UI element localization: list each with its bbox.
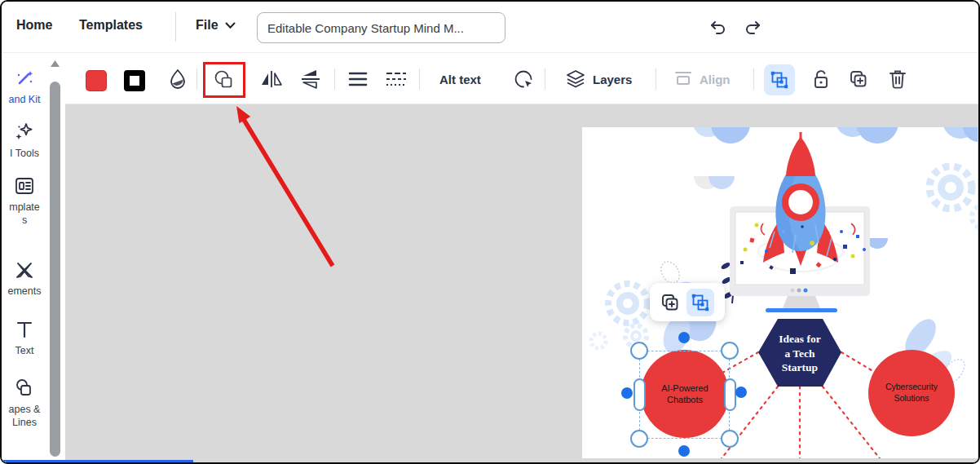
combine-shapes-button[interactable]	[203, 62, 245, 98]
rocket-illustration	[763, 132, 838, 266]
opacity-button[interactable]	[166, 67, 190, 91]
file-menu-label: File	[196, 18, 219, 33]
group-icon	[770, 71, 788, 89]
align-icon	[674, 70, 692, 88]
animate-click-icon	[513, 68, 534, 90]
toolbar-divider	[545, 68, 545, 90]
center-node-label[interactable]: Ideas for a Tech Startup	[756, 323, 844, 384]
design-page[interactable]: Ideas for a Tech Startup AI-Powered Chat…	[582, 127, 978, 458]
group-button[interactable]	[764, 64, 795, 95]
canvas-area[interactable]: Ideas for a Tech Startup AI-Powered Chat…	[65, 104, 978, 462]
connector-dot-left[interactable]	[621, 387, 633, 399]
redo-icon	[744, 20, 762, 35]
line-spacing-button[interactable]	[346, 68, 370, 90]
scrollbar-thumb[interactable]	[50, 82, 60, 457]
border-color-swatch[interactable]	[124, 70, 145, 91]
flip-vertical-icon	[300, 69, 321, 89]
combine-shapes-icon	[212, 68, 236, 91]
sidebar-item-label: mplate s	[9, 201, 40, 227]
layers-label: Layers	[593, 73, 632, 86]
toolbar-divider	[656, 68, 656, 90]
opacity-droplet-icon	[168, 68, 188, 90]
duplicate-icon[interactable]	[660, 293, 680, 312]
undo-icon	[709, 20, 726, 35]
layers-button[interactable]: Layers	[566, 68, 632, 90]
align-label: Align	[700, 73, 731, 86]
format-toolbar: Alt text Layers Align	[65, 52, 978, 104]
scroll-up-arrow-icon	[49, 59, 61, 68]
sidebar-item-templates[interactable]: mplate s	[2, 175, 47, 227]
chevron-down-icon	[225, 22, 236, 29]
undo-button[interactable]	[706, 16, 729, 39]
toolbar-divider	[196, 68, 197, 90]
resize-handle-top-left[interactable]	[630, 342, 648, 360]
text-icon	[13, 318, 36, 341]
document-title-input[interactable]	[257, 12, 505, 43]
flip-vertical-button[interactable]	[298, 68, 324, 90]
sidebar-item-elements[interactable]: ements	[2, 259, 47, 298]
app-window: Home Templates File and Kit	[0, 0, 980, 464]
flip-horizontal-button[interactable]	[258, 68, 285, 90]
duplicate-icon	[849, 69, 868, 89]
group-button[interactable]	[686, 289, 714, 316]
lock-button[interactable]	[809, 67, 833, 91]
toolbar-divider	[753, 68, 754, 90]
sidebar-item-label: Text	[15, 345, 34, 358]
node-ai-powered-chatbots[interactable]: AI-Powered Chatbots	[641, 350, 729, 438]
sidebar-item-ai-tools[interactable]: I Tools	[2, 121, 47, 161]
flip-horizontal-icon	[260, 70, 283, 88]
toolbar-divider	[419, 68, 420, 90]
resize-handle-bottom-left[interactable]	[630, 430, 648, 448]
top-bar: Home Templates File	[2, 2, 978, 53]
delete-button[interactable]	[885, 67, 910, 91]
connector-dot-top[interactable]	[678, 332, 690, 343]
sidebar-item-brand-kit[interactable]: and Kit	[2, 67, 47, 107]
layers-icon	[566, 69, 585, 89]
trash-icon	[889, 69, 907, 89]
alt-text-button[interactable]: Alt text	[439, 70, 481, 88]
toolbar-divider	[334, 68, 335, 90]
resize-handle-right[interactable]	[724, 378, 736, 411]
resize-handle-left[interactable]	[633, 378, 646, 411]
duplicate-button[interactable]	[846, 67, 871, 91]
sidebar-item-label: ements	[8, 285, 42, 298]
left-sidebar: and Kit I Tools mplate s ements Text	[2, 52, 65, 462]
templates-icon	[13, 175, 36, 197]
magic-wand-icon	[13, 67, 36, 90]
border-style-button[interactable]	[383, 68, 409, 90]
sidebar-item-label: and Kit	[9, 94, 41, 107]
topbar-divider	[175, 12, 176, 42]
resize-handle-bottom-right[interactable]	[721, 430, 739, 448]
group-icon	[691, 294, 709, 312]
sidebar-item-label: I Tools	[10, 148, 39, 161]
resize-handle-top-right[interactable]	[721, 342, 739, 360]
elements-icon	[13, 259, 36, 281]
sidebar-item-text[interactable]: Text	[2, 318, 47, 358]
unlock-icon	[812, 68, 830, 90]
connector-dot-bottom[interactable]	[678, 445, 690, 457]
line-spacing-icon	[348, 71, 368, 87]
node-cybersecurity-solutions[interactable]: Cybersecurity Solutions	[868, 350, 955, 436]
floating-toolbar	[650, 283, 725, 321]
border-style-icon	[386, 71, 407, 87]
sidebar-scrollbar[interactable]	[49, 59, 61, 459]
connector-dot-right[interactable]	[735, 387, 747, 398]
nav-templates[interactable]: Templates	[79, 18, 143, 33]
redo-button[interactable]	[742, 16, 765, 39]
sparkles-icon	[13, 121, 36, 144]
align-button[interactable]: Align	[674, 68, 731, 90]
nav-home[interactable]: Home	[16, 18, 52, 33]
animate-button[interactable]	[511, 67, 536, 91]
shapes-lines-icon	[13, 377, 36, 400]
file-menu[interactable]: File	[196, 18, 236, 33]
fill-color-swatch[interactable]	[86, 70, 107, 91]
sidebar-item-label: apes & Lines	[9, 404, 41, 429]
sidebar-item-shapes-lines[interactable]: apes & Lines	[2, 377, 47, 429]
bottom-accent-bar	[2, 460, 193, 462]
alt-text-label: Alt text	[439, 73, 481, 86]
